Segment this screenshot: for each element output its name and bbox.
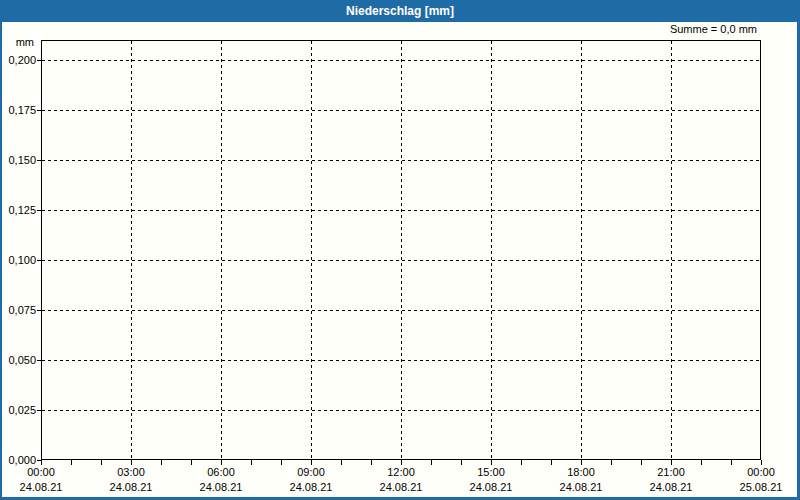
x-date-label: 24.08.21	[191, 481, 251, 493]
x-axis-tick	[281, 460, 282, 465]
gridline-vertical	[131, 41, 132, 459]
y-axis-tick	[37, 260, 41, 261]
y-tick-label: 0,125	[2, 204, 36, 216]
x-time-label: 21:00	[641, 466, 701, 478]
y-axis-tick	[37, 60, 41, 61]
x-axis-tick	[311, 460, 312, 465]
y-axis-tick	[37, 410, 41, 411]
chart-title-bar: Niederschlag [mm]	[0, 0, 800, 22]
y-axis-tick	[37, 210, 41, 211]
x-axis-tick	[101, 460, 102, 465]
gridline-vertical	[491, 41, 492, 459]
x-axis-tick	[581, 460, 582, 465]
x-axis-tick	[491, 460, 492, 465]
x-date-label: 24.08.21	[641, 481, 701, 493]
x-date-label: 24.08.21	[101, 481, 161, 493]
x-axis-tick	[731, 460, 732, 465]
chart-window: Niederschlag [mm] Summe = 0,0 mm mm 0,20…	[0, 0, 800, 500]
x-time-label: 15:00	[461, 466, 521, 478]
gridline-vertical	[401, 41, 402, 459]
x-time-label: 12:00	[371, 466, 431, 478]
chart-panel: Summe = 0,0 mm mm 0,2000,1750,1500,1250,…	[2, 22, 797, 497]
x-axis-tick	[191, 460, 192, 465]
x-axis-tick	[611, 460, 612, 465]
y-tick-label: 0,175	[2, 104, 36, 116]
y-axis-unit-label: mm	[2, 36, 34, 48]
gridline-vertical	[671, 41, 672, 459]
x-axis-tick	[161, 460, 162, 465]
x-axis-tick	[551, 460, 552, 465]
x-time-label: 09:00	[281, 466, 341, 478]
sum-label: Summe = 0,0 mm	[670, 23, 757, 36]
x-axis-tick	[371, 460, 372, 465]
x-time-label: 18:00	[551, 466, 611, 478]
x-axis-tick	[671, 460, 672, 465]
x-date-label: 24.08.21	[11, 481, 71, 493]
y-tick-label: 0,000	[2, 454, 36, 466]
x-axis-tick	[521, 460, 522, 465]
x-axis-tick	[71, 460, 72, 465]
chart-title: Niederschlag [mm]	[346, 4, 454, 18]
y-tick-label: 0,075	[2, 304, 36, 316]
x-axis-tick	[701, 460, 702, 465]
x-axis-tick	[761, 460, 762, 465]
y-tick-label: 0,200	[2, 54, 36, 66]
x-axis-tick	[401, 460, 402, 465]
y-tick-label: 0,100	[2, 254, 36, 266]
y-axis-tick	[37, 310, 41, 311]
x-axis-tick	[41, 460, 42, 465]
x-axis-tick	[641, 460, 642, 465]
x-date-label: 24.08.21	[551, 481, 611, 493]
x-axis-tick	[341, 460, 342, 465]
x-axis-tick	[461, 460, 462, 465]
y-tick-label: 0,150	[2, 154, 36, 166]
y-axis-tick	[37, 360, 41, 361]
y-tick-label: 0,025	[2, 404, 36, 416]
x-time-label: 00:00	[731, 466, 791, 478]
x-date-label: 25.08.21	[731, 481, 791, 493]
x-date-label: 24.08.21	[371, 481, 431, 493]
y-axis-tick	[37, 110, 41, 111]
x-time-label: 00:00	[11, 466, 71, 478]
gridline-vertical	[311, 41, 312, 459]
y-axis-tick	[37, 160, 41, 161]
x-axis-tick	[431, 460, 432, 465]
x-axis-tick	[131, 460, 132, 465]
gridline-vertical	[221, 41, 222, 459]
x-date-label: 24.08.21	[281, 481, 341, 493]
x-time-label: 06:00	[191, 466, 251, 478]
gridline-vertical	[581, 41, 582, 459]
x-axis-tick	[221, 460, 222, 465]
x-time-label: 03:00	[101, 466, 161, 478]
x-axis-tick	[251, 460, 252, 465]
y-tick-label: 0,050	[2, 354, 36, 366]
x-date-label: 24.08.21	[461, 481, 521, 493]
